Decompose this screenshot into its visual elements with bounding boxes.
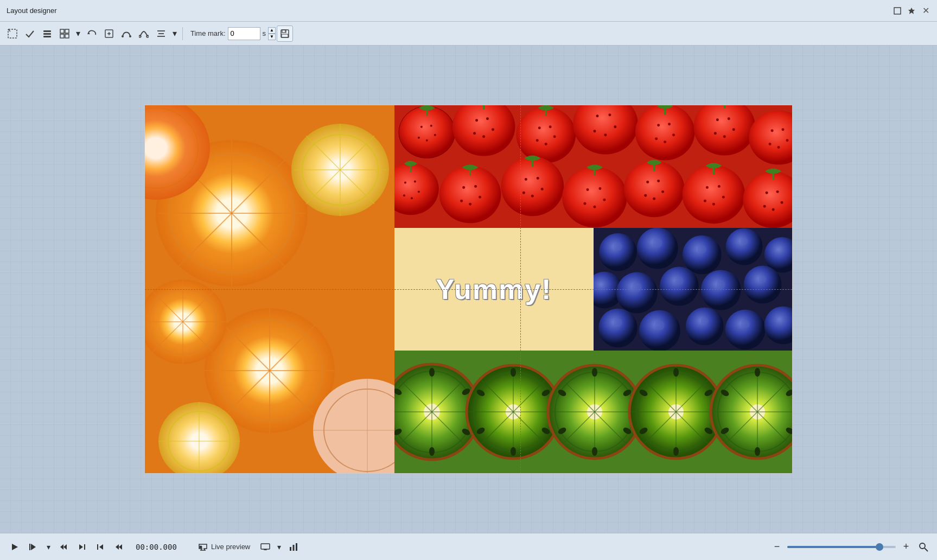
svg-rect-6: [60, 29, 64, 33]
play-button[interactable]: [7, 539, 23, 555]
svg-point-73: [473, 132, 476, 135]
play-dropdown-button[interactable]: ▾: [43, 539, 53, 555]
svg-point-276: [920, 543, 925, 549]
svg-point-16: [139, 35, 141, 37]
svg-point-181: [654, 320, 664, 330]
svg-point-173: [674, 277, 683, 285]
text-panel[interactable]: Yummy!: [394, 228, 594, 351]
svg-point-126: [537, 177, 539, 180]
zoom-controls: − +: [770, 540, 930, 554]
svg-point-148: [722, 196, 725, 199]
svg-point-84: [596, 114, 598, 117]
zoom-search-button[interactable]: [916, 540, 930, 554]
svg-point-182: [685, 307, 723, 345]
blueberry-cell[interactable]: [594, 228, 793, 351]
svg-point-156: [763, 205, 766, 208]
svg-point-178: [598, 308, 637, 347]
play-from-button[interactable]: [25, 539, 41, 555]
select-tool-button[interactable]: [4, 26, 21, 42]
checkmark-tool-button[interactable]: [22, 26, 38, 42]
svg-point-71: [486, 117, 489, 120]
svg-point-146: [706, 186, 709, 189]
kiwi-image: [394, 351, 792, 473]
undo-button[interactable]: [84, 26, 100, 42]
save-button[interactable]: [277, 26, 293, 42]
strawberry-cell[interactable]: [394, 105, 792, 228]
undo-icon: [87, 29, 97, 39]
rewind-button[interactable]: [55, 539, 72, 555]
svg-point-140: [657, 180, 660, 182]
svg-point-118: [462, 186, 465, 189]
time-unit-label: s: [263, 29, 266, 37]
svg-rect-8: [60, 34, 64, 38]
title-bar-controls: ✕: [893, 6, 930, 16]
maximize-icon: [894, 7, 901, 15]
svg-point-223: [592, 368, 597, 377]
bezier2-tool-button[interactable]: [136, 26, 152, 42]
pin-button[interactable]: [907, 6, 916, 16]
canvas-frame: Yummy!: [144, 105, 793, 474]
zoom-in-button[interactable]: +: [899, 540, 913, 554]
svg-rect-3: [43, 30, 51, 32]
grid-tool-button[interactable]: [56, 26, 73, 42]
time-mark-spinner: ▲ ▼: [268, 27, 276, 40]
screen-dropdown-button[interactable]: ▾: [275, 539, 283, 555]
svg-point-70: [475, 119, 478, 122]
bezier-icon: [122, 29, 131, 39]
svg-point-160: [598, 233, 636, 271]
svg-point-105: [771, 129, 774, 132]
svg-marker-259: [31, 544, 36, 550]
svg-marker-265: [99, 544, 103, 550]
svg-point-109: [777, 146, 780, 149]
prev-frame-button[interactable]: [74, 539, 90, 555]
screen-button[interactable]: [257, 539, 273, 555]
stats-button[interactable]: [285, 539, 302, 555]
spin-down-button[interactable]: ▼: [268, 34, 276, 40]
title-bar: Layout designer ✕: [0, 0, 937, 22]
layout-grid: Yummy!: [145, 105, 792, 473]
time-mark-input[interactable]: [228, 27, 260, 40]
svg-rect-23: [282, 34, 288, 37]
align-tool-button[interactable]: [153, 26, 169, 42]
grid-dropdown-button[interactable]: ▾: [74, 26, 82, 42]
svg-point-176: [743, 266, 781, 304]
fast-forward-button[interactable]: [111, 539, 127, 555]
resize-tool-button[interactable]: [101, 26, 117, 42]
maximize-button[interactable]: [893, 6, 902, 16]
svg-point-269: [200, 545, 202, 548]
svg-point-80: [536, 139, 539, 142]
svg-point-87: [594, 130, 596, 132]
svg-point-237: [673, 368, 679, 377]
next-frame-button[interactable]: [92, 539, 109, 555]
svg-point-175: [716, 281, 725, 289]
close-button[interactable]: ✕: [921, 6, 930, 16]
kiwi-cell[interactable]: [394, 351, 792, 473]
svg-marker-261: [63, 544, 67, 550]
citrus-cell[interactable]: [145, 105, 394, 473]
svg-point-112: [414, 180, 416, 182]
live-preview-button[interactable]: Live preview: [193, 540, 255, 553]
svg-rect-9: [65, 34, 69, 38]
svg-point-78: [549, 125, 552, 128]
spin-up-button[interactable]: ▲: [268, 27, 276, 34]
play-icon: [10, 543, 19, 551]
align-dropdown-button[interactable]: ▾: [170, 26, 179, 42]
svg-point-226: [592, 447, 597, 456]
svg-point-164: [682, 236, 721, 275]
bezier-tool-button[interactable]: [118, 26, 135, 42]
zoom-slider[interactable]: [787, 546, 896, 548]
layers-tool-button[interactable]: [39, 26, 55, 42]
window-title: Layout designer: [7, 7, 893, 15]
zoom-thumb[interactable]: [876, 543, 883, 551]
svg-point-115: [411, 197, 413, 199]
zoom-search-icon: [919, 542, 928, 552]
svg-point-154: [776, 190, 779, 193]
svg-rect-274: [293, 545, 295, 551]
live-preview-icon: [198, 543, 208, 551]
svg-point-113: [418, 190, 420, 193]
svg-point-254: [755, 447, 760, 456]
svg-point-125: [525, 178, 527, 181]
svg-point-108: [769, 143, 772, 145]
zoom-out-button[interactable]: −: [770, 540, 784, 554]
svg-point-129: [531, 195, 534, 198]
